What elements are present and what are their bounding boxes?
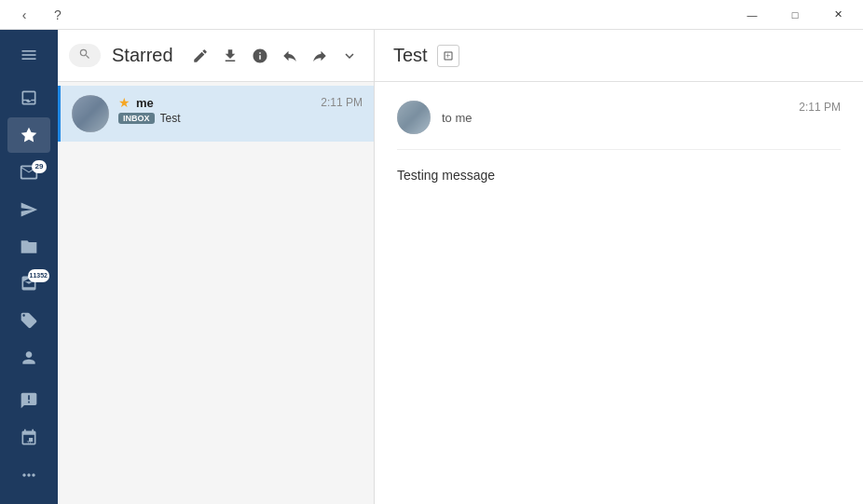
sidebar-item-all-mail[interactable]: 11352 <box>7 266 50 302</box>
email-content: ★ me 2:11 PM Inbox Test <box>118 95 363 125</box>
help-button[interactable]: ? <box>45 2 71 28</box>
info-button[interactable] <box>247 43 273 69</box>
app-body: 29 11352 <box>0 30 863 504</box>
svg-text:31: 31 <box>27 440 33 445</box>
email-header: ★ me 2:11 PM <box>118 95 363 110</box>
sidebar-item-spam[interactable] <box>7 229 50 265</box>
forward-button[interactable] <box>307 43 333 69</box>
sidebar-item-contact-detail[interactable] <box>7 383 50 418</box>
download-button[interactable] <box>217 43 243 69</box>
star-icon <box>20 126 38 144</box>
avatar <box>72 95 109 132</box>
sidebar-item-sent[interactable] <box>7 192 50 227</box>
email-list-panel: Starred <box>58 30 375 504</box>
search-icon <box>78 48 91 63</box>
sidebar-item-contacts[interactable] <box>7 340 50 375</box>
svg-rect-0 <box>22 50 36 52</box>
email-sender-row: ★ me <box>118 95 154 110</box>
sidebar-item-inbox[interactable] <box>7 80 50 116</box>
search-box <box>69 44 101 67</box>
email-list: ★ me 2:11 PM Inbox Test <box>58 82 374 504</box>
email-subject: Test <box>160 112 181 125</box>
titlebar: ‹ ? — □ ✕ <box>0 0 863 30</box>
message-avatar <box>397 101 431 134</box>
sent-icon <box>20 200 38 219</box>
sidebar-item-drafts[interactable]: 29 <box>7 155 50 190</box>
email-time: 2:11 PM <box>321 96 363 109</box>
drafts-badge: 29 <box>32 160 47 173</box>
inbox-icon <box>20 89 38 107</box>
more-actions-button[interactable] <box>336 43 363 69</box>
reply-button[interactable] <box>277 43 303 69</box>
svg-rect-2 <box>22 58 36 60</box>
email-sender: me <box>136 96 154 110</box>
folder-icon <box>20 238 38 256</box>
email-message: to me 2:11 PM Testing message <box>375 82 863 504</box>
email-detail-panel: Test to me 2:11 PM Testing message <box>375 30 863 504</box>
star-filled-icon: ★ <box>118 95 130 110</box>
message-header: to me 2:11 PM <box>397 101 841 150</box>
message-sender-info: to me <box>397 101 473 134</box>
email-item[interactable]: ★ me 2:11 PM Inbox Test <box>58 86 374 142</box>
contact-detail-icon <box>20 391 38 410</box>
compose-button[interactable] <box>187 43 213 69</box>
expand-button[interactable] <box>437 45 459 67</box>
calendar-icon: 31 <box>20 429 38 447</box>
folder-title: Starred <box>112 45 173 66</box>
message-from: to me <box>442 111 473 125</box>
email-subject-row: Inbox Test <box>118 112 363 125</box>
tags-icon <box>20 311 38 330</box>
toolbar-actions <box>187 43 363 69</box>
sidebar-item-tags[interactable] <box>7 303 50 338</box>
inbox-badge: Inbox <box>118 113 155 124</box>
titlebar-nav: ‹ ? <box>11 2 71 28</box>
message-body: Testing message <box>397 165 841 185</box>
all-mail-badge: 11352 <box>28 269 49 282</box>
close-button[interactable]: ✕ <box>816 0 859 30</box>
sidebar-item-starred[interactable] <box>7 117 50 153</box>
minimize-button[interactable]: — <box>731 0 774 30</box>
message-detail-time: 2:11 PM <box>799 101 841 114</box>
svg-rect-1 <box>22 54 36 56</box>
sidebar: 29 11352 <box>0 30 58 504</box>
menu-icon[interactable] <box>7 37 50 73</box>
titlebar-controls: — □ ✕ <box>731 0 859 30</box>
hamburger-icon <box>20 46 38 64</box>
contacts-icon <box>20 348 38 367</box>
sidebar-item-calendar[interactable]: 31 <box>7 420 50 456</box>
back-button[interactable]: ‹ <box>11 2 37 28</box>
email-toolbar: Starred <box>58 30 374 82</box>
maximize-button[interactable]: □ <box>774 0 816 30</box>
detail-toolbar: Test <box>375 30 863 82</box>
email-detail-title: Test <box>393 45 428 66</box>
more-icon <box>20 466 38 484</box>
sidebar-item-more[interactable] <box>7 457 50 493</box>
